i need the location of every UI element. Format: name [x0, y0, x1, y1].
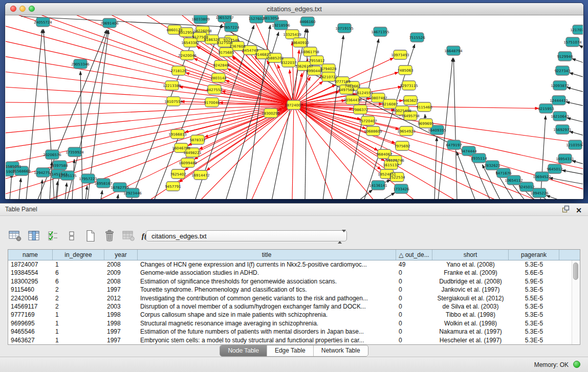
table-cell-short[interactable]: de Silva et al. (2003) [432, 302, 509, 311]
table-cell-year[interactable]: 2009 [104, 269, 138, 277]
table-cell-short[interactable]: Nakamura et al. (1997) [432, 327, 509, 336]
zoom-window-button[interactable] [29, 6, 35, 12]
network-window[interactable]: citations_edges.txt 24055724206914061603… [5, 3, 583, 199]
new-document-icon[interactable] [84, 229, 97, 243]
table-cell-year[interactable]: 2008 [104, 277, 138, 286]
tab-network-table[interactable]: Network Table [314, 345, 368, 356]
rows-icon[interactable] [65, 229, 78, 243]
table-cell-out_degree[interactable]: 0 [396, 302, 432, 311]
column-header-title[interactable]: title [138, 250, 396, 260]
table-cell-title[interactable]: Changes of HCN gene expression and I(f) … [138, 260, 396, 269]
table-cell-name[interactable]: 18300295 [8, 277, 53, 286]
table-cell-year[interactable]: 1998 [104, 319, 138, 327]
table-cell-pagerank[interactable]: 5.3E-5 [509, 260, 559, 269]
table-cell-in_degree[interactable]: 1 [53, 336, 104, 344]
table-cell-year[interactable]: 2012 [104, 294, 138, 302]
table-cell-in_degree[interactable]: 6 [53, 269, 104, 277]
table-panel-header[interactable]: Table Panel ✕ [0, 203, 588, 216]
table-row[interactable]: 946554611997Estimation of the future num… [8, 327, 580, 336]
table-cell-short[interactable]: Franke et al. (2009) [432, 269, 509, 277]
table-cell-year[interactable]: 1997 [104, 286, 138, 294]
table-cell-pagerank[interactable]: 5.3E-5 [509, 311, 559, 319]
close-panel-icon[interactable]: ✕ [576, 206, 582, 214]
memory-status-indicator[interactable] [573, 361, 580, 368]
table-cell-year[interactable]: 2003 [104, 302, 138, 311]
table-cell-year[interactable]: 1997 [104, 336, 138, 344]
table-cell-year[interactable]: 1997 [104, 327, 138, 336]
table-cell-name[interactable]: 9465546 [8, 327, 53, 336]
column-header-year[interactable]: year [104, 250, 138, 260]
table-cell-short[interactable]: Tibbo et al. (1998) [432, 311, 509, 319]
table-cell-title[interactable]: Investigating the contribution of common… [138, 294, 396, 302]
table-cell-out_degree[interactable]: 0 [396, 294, 432, 302]
table-cell-name[interactable]: 9115460 [8, 286, 53, 294]
table-cell-pagerank[interactable]: 5.3E-5 [509, 302, 559, 311]
table-cell-in_degree[interactable]: 2 [53, 286, 104, 294]
table-cell-name[interactable]: 14569117 [8, 302, 53, 311]
table-cell-out_degree[interactable]: 49 [396, 260, 432, 269]
table-cell-title[interactable]: Structural magnetic resonance image aver… [138, 319, 396, 327]
table-cell-title[interactable]: Estimation of the future numbers of pati… [138, 327, 396, 336]
tab-node-table[interactable]: Node Table [220, 345, 267, 356]
table-cell-name[interactable]: 19384554 [8, 269, 53, 277]
table-cell-title[interactable]: Genome-wide association studies in ADHD. [138, 269, 396, 277]
table-row[interactable]: 1830029562008Estimation of significance … [8, 277, 580, 286]
table-cell-in_degree[interactable]: 2 [53, 294, 104, 302]
table-row[interactable]: 977716911998Corpus callosum shape and si… [8, 311, 580, 319]
table-cell-out_degree[interactable]: 0 [396, 319, 432, 327]
delete-trash-icon[interactable] [103, 229, 116, 243]
row-selection-icon[interactable] [46, 229, 59, 243]
table-row[interactable]: 2242004622012Investigating the contribut… [8, 294, 580, 302]
table-settings-icon[interactable] [8, 229, 21, 243]
table-cell-pagerank[interactable]: 5.3E-5 [509, 319, 559, 327]
table-cell-title[interactable]: Embryonic stem cells: a model to study s… [138, 336, 396, 344]
table-cell-pagerank[interactable]: 5.3E-5 [509, 327, 559, 336]
table-row[interactable]: 946362711997Embryonic stem cells: a mode… [8, 336, 580, 344]
table-cell-in_degree[interactable]: 6 [53, 277, 104, 286]
table-cell-out_degree[interactable]: 0 [396, 277, 432, 286]
table-cell-name[interactable]: 9777169 [8, 311, 53, 319]
table-cell-in_degree[interactable]: 1 [53, 327, 104, 336]
scrollbar-thumb[interactable] [573, 262, 578, 280]
table-cell-year[interactable]: 2008 [104, 260, 138, 269]
minimize-window-button[interactable] [19, 6, 26, 12]
table-cell-title[interactable]: Corpus callosum shape and size in male p… [138, 311, 396, 319]
tab-edge-table[interactable]: Edge Table [267, 345, 314, 356]
close-window-button[interactable] [10, 6, 16, 12]
table-cell-pagerank[interactable]: 5.9E-5 [509, 277, 559, 286]
select-columns-icon[interactable] [27, 229, 40, 243]
column-header-name[interactable]: name [8, 250, 53, 260]
table-cell-title[interactable]: Estimation of significance thresholds fo… [138, 277, 396, 286]
column-header-pagerank[interactable]: pagerank [509, 250, 559, 260]
table-cell-out_degree[interactable]: 0 [396, 269, 432, 277]
table-cell-short[interactable]: Jankovic et al. (1997) [432, 286, 509, 294]
table-cell-year[interactable]: 1998 [104, 311, 138, 319]
table-row[interactable]: 969969511998Structural magnetic resonanc… [8, 319, 580, 327]
network-window-titlebar[interactable]: citations_edges.txt [5, 3, 583, 15]
table-cell-out_degree[interactable]: 0 [396, 327, 432, 336]
table-cell-pagerank[interactable]: 5.3E-5 [509, 336, 559, 344]
table-cell-in_degree[interactable]: 1 [53, 260, 104, 269]
network-canvas[interactable]: 2405572420691406160338091065325715276028… [6, 15, 583, 199]
table-row[interactable]: 1938455462009Genome-wide association stu… [8, 269, 580, 277]
table-cell-pagerank[interactable]: 5.6E-5 [509, 269, 559, 277]
table-cell-short[interactable]: Dudbridge et al. (2008) [432, 277, 509, 286]
table-cell-name[interactable]: 22420046 [8, 294, 53, 302]
table-cell-short[interactable]: Hescheler et al. (1997) [432, 336, 509, 344]
table-cell-pagerank[interactable]: 5.5E-5 [509, 294, 559, 302]
column-header-short[interactable]: short [432, 250, 509, 260]
table-cell-title[interactable]: Tourette syndrome. Phenomenology and cla… [138, 286, 396, 294]
column-header-in_degree[interactable]: in_degree [53, 250, 104, 260]
table-cell-out_degree[interactable]: 0 [396, 311, 432, 319]
network-view[interactable]: 2405572420691406160338091065325715276028… [6, 15, 583, 199]
table-row[interactable]: 911546021997Tourette syndrome. Phenomeno… [8, 286, 580, 294]
table-cell-name[interactable]: 9463627 [8, 336, 53, 344]
table-selector-dropdown[interactable]: citations_edges.txt [146, 230, 347, 242]
table-cell-out_degree[interactable]: 0 [396, 336, 432, 344]
table-cell-title[interactable]: Disruption of a novel member of a sodium… [138, 302, 396, 311]
table-row[interactable]: 1872400712008Changes of HCN gene express… [8, 260, 580, 269]
table-row[interactable]: 1456911722003Disruption of a novel membe… [8, 302, 580, 311]
table-cell-out_degree[interactable]: 0 [396, 286, 432, 294]
table-cell-in_degree[interactable]: 1 [53, 311, 104, 319]
table-cell-short[interactable]: Wolkin et al. (1998) [432, 319, 509, 327]
